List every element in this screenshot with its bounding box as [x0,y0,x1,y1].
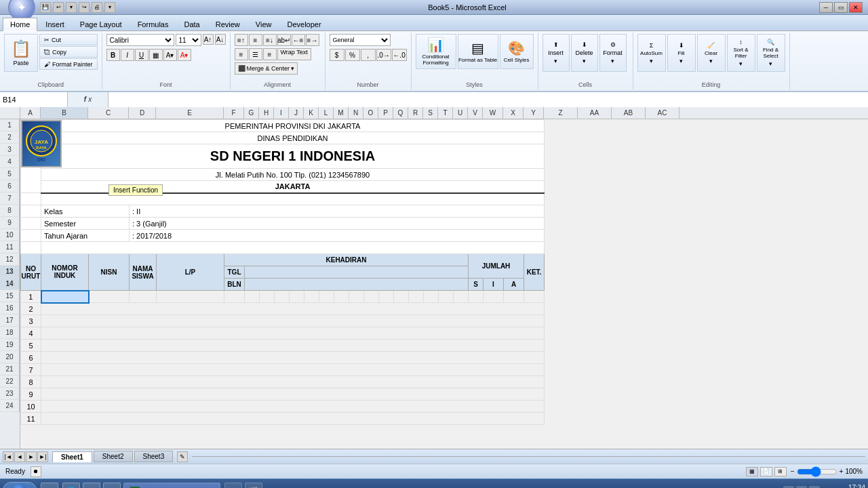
cell-J14[interactable] [290,291,304,303]
format-button[interactable]: ⚙ Format ▾ [599,34,627,72]
text-direction-button[interactable]: ab↵ [277,34,291,46]
row-num-24[interactable]: 24 [0,400,20,412]
cell-B7[interactable]: Kelas [41,205,130,218]
cell-kehadiran-header[interactable]: KEHADIRAN [224,254,469,266]
cell-tgl-header[interactable]: TGL [224,266,245,279]
taskbar-media-icon[interactable]: ▶ [103,483,121,489]
cell-B9[interactable]: Tahun Ajaran [41,230,130,242]
close-button[interactable]: ✕ [849,2,863,13]
cell-M14[interactable] [334,291,349,303]
taskbar-desktop-icon[interactable]: 🖥 [41,483,58,489]
insert-button[interactable]: ⬆ Insert ▾ [542,34,570,72]
tab-data[interactable]: Data [176,18,207,30]
tab-formulas[interactable]: Formulas [130,18,176,30]
cell-F14[interactable] [224,291,245,303]
cell-B11-header[interactable]: NOMOR INDUK [41,254,89,291]
col-header-AA[interactable]: AA [578,107,612,119]
cell-A1[interactable]: JAYA RAYA DKI [21,120,41,193]
indent-increase-button[interactable]: ≡→ [306,34,319,46]
col-header-D[interactable]: D [129,107,156,119]
cell-T14[interactable] [439,291,454,303]
col-header-F[interactable]: F [224,107,244,119]
align-top-button[interactable]: ≡↑ [235,34,248,46]
cell-R14[interactable] [409,291,424,303]
col-header-N[interactable]: N [349,107,363,119]
indent-decrease-button[interactable]: ←≡ [292,34,305,46]
taskbar-extra-icon-1[interactable]: 📺 [224,483,242,489]
cell-N14[interactable] [349,291,364,303]
col-header-K[interactable]: K [304,107,319,119]
format-painter-button[interactable]: 🖌 Format Painter [39,58,98,70]
cell-a-header[interactable]: A [504,279,524,291]
paste-button[interactable]: 📋 Paste [4,34,38,72]
tab-view[interactable]: View [248,18,279,30]
cell-X14[interactable] [504,291,524,303]
cell-C11-header[interactable]: NISN [89,254,130,291]
cell-C14[interactable] [89,291,130,303]
currency-button[interactable]: $ [330,49,344,61]
font-name-select[interactable]: Calibri [106,34,174,46]
cell-B4[interactable]: Jl. Melati Putih No. 100 Tlp. (021) 1234… [41,169,545,181]
align-middle-button[interactable]: ≡ [249,34,262,46]
col-header-R[interactable]: R [408,107,423,119]
cell-D7[interactable]: : II [130,205,545,218]
col-header-AC[interactable]: AC [646,107,679,119]
name-box[interactable] [0,92,68,107]
row-num-5[interactable]: 5 [0,168,20,180]
cell-styles-button[interactable]: 🎨 Cell Styles [500,34,534,69]
restore-button[interactable]: ▭ [834,2,848,13]
percent-button[interactable]: % [345,49,360,61]
find-select-button[interactable]: 🔍 Find & Select ▾ [757,34,785,72]
col-header-P[interactable]: P [378,107,393,119]
cell-i-header[interactable]: I [484,279,504,291]
cell-P14[interactable] [379,291,394,303]
sheet-nav-next[interactable]: ► [26,451,37,462]
row-num-21[interactable]: 21 [0,363,20,375]
cut-button[interactable]: ✂ Cut [39,34,98,45]
taskbar-extra-icon-2[interactable]: 🎬 [245,483,262,489]
delete-button[interactable]: ⬇ Delete ▾ [571,34,598,72]
format-as-table-button[interactable]: ▤ Format as Table [458,34,498,69]
align-bottom-button[interactable]: ≡↓ [263,34,277,46]
row-num-16[interactable]: 16 [0,302,20,314]
cell-U14[interactable] [454,291,469,303]
tab-insert[interactable]: Insert [38,18,72,30]
tab-home[interactable]: Home [3,18,37,31]
autosum-button[interactable]: Σ AutoSum ▾ [637,34,666,72]
tab-page-layout[interactable]: Page Layout [73,18,130,30]
tray-volume-icon[interactable]: 🔊 [809,486,820,489]
cell-B10[interactable] [41,242,545,254]
taskbar-folder-icon[interactable]: 📁 [83,483,100,489]
status-macro-icon[interactable]: ⏺ [31,466,41,477]
decrease-decimal-button[interactable]: ←.0 [392,49,407,61]
align-right-button[interactable]: ≡ [263,48,277,60]
row-num-2[interactable]: 2 [0,131,20,144]
col-header-E[interactable]: E [156,107,224,119]
cell-Y14[interactable] [524,291,545,303]
row-num-9[interactable]: 9 [0,217,20,229]
cell-A8[interactable] [21,218,41,230]
cell-A22[interactable]: 9 [21,388,41,401]
cell-I14[interactable] [275,291,290,303]
align-left-button[interactable]: ≡ [235,48,248,60]
taskbar-excel-item[interactable]: X Book5 - Microsoft Excel [123,483,220,489]
cell-ket-header[interactable]: KET. [524,254,545,291]
col-header-I[interactable]: I [274,107,289,119]
cell-A23[interactable]: 10 [21,401,41,413]
cell-A20[interactable]: 7 [21,364,41,376]
cell-A7[interactable] [21,205,41,218]
cell-A14[interactable]: 1 [21,291,41,303]
col-header-AB[interactable]: AB [612,107,646,119]
comma-button[interactable]: , [361,49,376,61]
font-size-decrease-button[interactable]: A↓ [215,34,226,45]
col-header-S[interactable]: S [423,107,438,119]
row-num-3[interactable]: 3 [0,144,20,156]
cell-A9[interactable] [21,230,41,242]
row-num-23[interactable]: 23 [0,388,20,400]
zoom-plus-button[interactable]: + [840,468,844,475]
cell-G14[interactable] [245,291,260,303]
cell-A18[interactable]: 5 [21,340,41,352]
clear-button[interactable]: 🧹 Clear ▾ [697,34,726,72]
underline-button[interactable]: U [135,49,149,61]
cell-A17[interactable]: 4 [21,327,41,340]
